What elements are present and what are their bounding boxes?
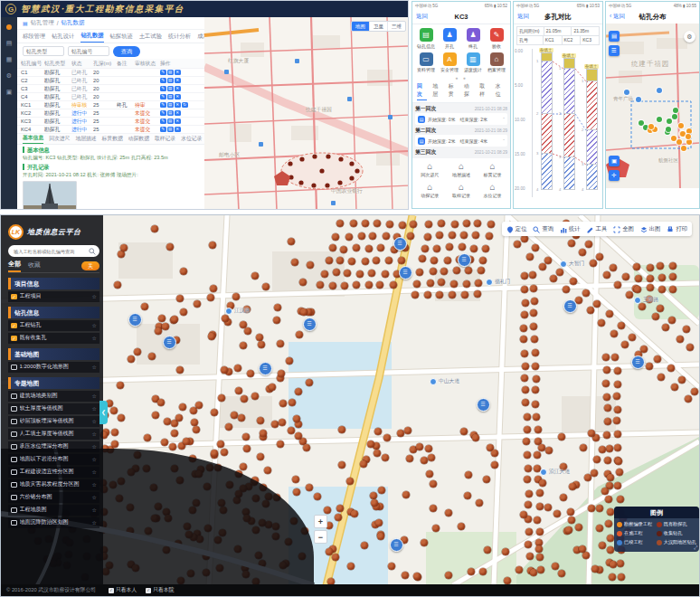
borehole-dot[interactable] [556,269,563,276]
row-action-button[interactable]: ✎ [160,118,166,125]
borehole-dot[interactable] [258,341,265,348]
search-icon[interactable] [89,248,96,255]
borehole-dot[interactable] [445,572,452,579]
row-action-button[interactable]: ▤ [167,94,174,100]
checkbox[interactable]: ✓ [109,588,114,593]
favorite-star-icon[interactable]: ☆ [92,293,97,299]
borehole-column-KC2[interactable] [563,58,575,190]
borehole-dot[interactable] [662,324,669,331]
zoom-out-button[interactable]: − [314,530,327,544]
zoom-in-button[interactable]: + [314,515,327,528]
borehole-dot[interactable] [362,220,369,227]
borehole-dot[interactable] [570,278,577,285]
row-action-button[interactable]: ▤ [167,118,174,125]
borehole-dot[interactable] [269,384,276,391]
borehole-dot[interactable] [622,273,629,280]
borehole-dot[interactable] [411,291,419,298]
borehole-dot[interactable] [242,433,250,441]
borehole-dot[interactable] [530,285,537,292]
app-icon-验收[interactable]: ✎验收 [485,28,508,49]
borehole-dot[interactable] [599,446,606,453]
app-icon-钻孔信息[interactable]: ▤钻孔信息 [414,28,438,49]
borehole-dot[interactable] [353,281,360,289]
borehole-dot[interactable] [524,413,531,421]
borehole-dot[interactable] [579,545,586,553]
borehole-dot[interactable] [604,457,611,464]
toolbar-全图[interactable]: 全图 [613,221,634,237]
orange-borehole-dot[interactable] [681,146,686,151]
borehole-dot[interactable] [550,275,557,282]
favorite-star-icon[interactable]: ☆ [92,456,97,462]
row-action-button[interactable]: ✎ [160,102,166,109]
sidebar-tab-收藏[interactable]: 收藏 [28,261,41,271]
shortcut-地层描述[interactable]: ⌂地层描述 [446,161,478,177]
borehole-cluster-marker[interactable]: ☰ [631,355,645,369]
borehole-dot[interactable] [390,281,397,289]
app-icon-开孔[interactable]: ♟开孔 [438,28,461,49]
borehole-dot[interactable] [669,286,676,293]
borehole-dot[interactable] [465,471,472,479]
borehole-dot[interactable] [421,539,428,546]
borehole-cluster-marker[interactable]: ☰ [303,317,317,331]
borehole-dot[interactable] [416,443,423,450]
basemap-option-1[interactable]: 卫星 [370,22,388,31]
favorite-star-icon[interactable]: ☆ [92,364,97,370]
borehole-dot[interactable] [472,434,479,441]
borehole-dot[interactable] [351,510,358,517]
borehole-dot[interactable] [348,258,355,265]
blue-borehole-dot[interactable] [624,90,629,95]
borehole-dot[interactable] [520,511,527,518]
green-borehole-dot[interactable] [666,127,671,132]
borehole-dot[interactable] [427,280,434,287]
borehole-dot[interactable] [358,232,365,240]
detail-tab-4[interactable]: 动探数据 [128,135,149,145]
borehole-dot[interactable] [207,294,214,301]
borehole-dot[interactable] [584,474,591,481]
sidebar-collapse-handle[interactable]: ❮ [99,401,108,424]
row-action-button[interactable]: ▤ [167,127,174,133]
borehole-cluster-marker[interactable]: ☰ [259,362,272,375]
sidebar-home-icon[interactable] [6,24,12,30]
status-filter-只看本院[interactable]: ✓只看本院 [146,586,174,594]
record-tab-回次[interactable]: 回次 [417,82,427,100]
borehole-dot[interactable] [111,429,118,436]
borehole-dot[interactable] [647,264,654,271]
orange-borehole-dot[interactable] [686,139,692,145]
layer-checkbox[interactable]: ✓ [11,294,17,300]
borehole-dot[interactable] [377,533,384,540]
row-action-button[interactable]: ✕ [175,70,181,76]
borehole-cluster-marker[interactable]: ☰ [393,237,407,251]
borehole-dot[interactable] [558,433,565,441]
borehole-dot[interactable] [582,289,590,297]
borehole-dot[interactable] [300,308,307,316]
borehole-dot[interactable] [388,563,395,570]
borehole-dot[interactable] [373,257,380,264]
borehole-dot[interactable] [341,282,348,289]
borehole-dot[interactable] [353,244,360,251]
borehole-dot[interactable] [321,270,328,278]
borehole-dot[interactable] [610,561,617,568]
basemap-option-2[interactable]: 三维 [388,22,405,31]
orange-borehole-dot[interactable] [671,136,676,141]
borehole-dot[interactable] [585,241,592,248]
borehole-dot[interactable] [615,458,622,465]
layer-checkbox[interactable] [11,431,17,438]
borehole-cluster-marker[interactable]: ☰ [399,266,412,280]
borehole-dot[interactable] [232,293,240,300]
shortcut-取样记录[interactable]: ⌂取样记录 [446,182,478,198]
borehole-dot[interactable] [398,257,405,264]
borehole-dot[interactable] [347,563,355,570]
favorite-star-icon[interactable]: ☆ [92,405,97,412]
borehole-dot[interactable] [516,566,523,573]
borehole-dot[interactable] [432,525,440,532]
favorite-star-icon[interactable]: ☆ [92,494,97,500]
module-tab-3[interactable]: 钻探轨迹 [110,33,133,43]
layer-checkbox[interactable] [11,520,17,526]
layer-item[interactable]: 地面沉降防治区划图☆ [8,517,99,529]
borehole-dot[interactable] [634,286,641,293]
toolbar-查询[interactable]: 查询 [533,221,553,237]
sidebar-icon-3[interactable]: ▣ [6,89,13,95]
borehole-dot[interactable] [486,232,493,240]
borehole-dot[interactable] [326,548,333,555]
borehole-dot[interactable] [593,300,601,308]
